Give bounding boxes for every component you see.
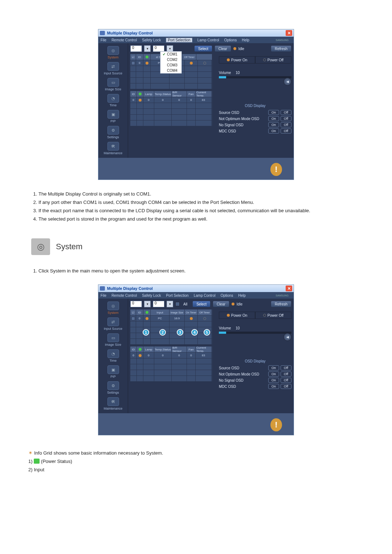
close-button[interactable]: ✕: [286, 30, 292, 36]
id-to-dropdown[interactable]: ▾: [167, 301, 173, 307]
power-off-label: Power Off: [268, 58, 283, 62]
menu-remote-control[interactable]: Remote Control: [111, 294, 137, 297]
power-led-icon: [146, 62, 148, 65]
nav-input-source[interactable]: ⇄Input Source: [102, 317, 124, 331]
mdc-osd-off[interactable]: Off: [281, 128, 291, 134]
table-row[interactable]: [130, 370, 212, 376]
table-row[interactable]: [130, 114, 212, 120]
mdc-osd-on[interactable]: On: [268, 128, 279, 134]
nav-pip[interactable]: ▣PIP: [102, 365, 124, 378]
not-optimum-off[interactable]: Off: [281, 372, 291, 377]
table-row[interactable]: [130, 103, 212, 108]
port-com3[interactable]: COM3: [160, 62, 181, 68]
not-optimum-on[interactable]: On: [268, 372, 279, 377]
table-row[interactable]: 0 PC 16:9: [130, 315, 212, 321]
menu-file[interactable]: File: [101, 294, 106, 297]
port-label: COM2: [167, 58, 177, 62]
not-optimum-on[interactable]: On: [268, 116, 279, 121]
header-check[interactable]: ☑: [132, 311, 134, 314]
table-row[interactable]: [130, 83, 212, 89]
nav-image-size[interactable]: ▭Image Size: [102, 78, 124, 91]
table-row[interactable]: [130, 358, 212, 364]
port-selection-dropdown[interactable]: ✔COM1 COM2 COM3 COM4: [160, 51, 182, 74]
menu-options[interactable]: Options: [224, 38, 237, 42]
power-on-label: Power On: [231, 313, 247, 317]
source-osd-on[interactable]: On: [268, 365, 279, 370]
port-com4[interactable]: COM4: [160, 68, 181, 73]
menu-safety-lock[interactable]: Safety Lock: [142, 38, 161, 42]
all-checkbox[interactable]: [175, 302, 180, 306]
nav-input-source[interactable]: ⇄Input Source: [102, 62, 124, 75]
volume-slider[interactable]: [219, 332, 291, 334]
no-signal-off[interactable]: Off: [281, 378, 291, 383]
power-off-button[interactable]: Power Off: [255, 312, 291, 319]
table-row[interactable]: [130, 333, 212, 338]
select-button[interactable]: Select: [194, 45, 212, 52]
port-com2[interactable]: COM2: [160, 57, 181, 62]
power-led-icon: [139, 99, 142, 102]
id-from-dropdown[interactable]: ▾: [144, 45, 151, 52]
table-row[interactable]: [130, 77, 212, 83]
menu-options[interactable]: Options: [221, 294, 233, 297]
menu-remote-control[interactable]: Remote Control: [111, 38, 137, 42]
table-row[interactable]: [130, 321, 212, 327]
header-on-timer: On Timer: [186, 311, 196, 314]
id-from-field[interactable]: 0: [130, 301, 142, 307]
nav-pip[interactable]: ▣PIP: [102, 110, 124, 123]
power-off-button[interactable]: Power Off: [255, 56, 291, 63]
volume-slider[interactable]: [219, 76, 291, 78]
nav-maintenance[interactable]: 🛠Maintenance: [102, 397, 124, 410]
no-signal-off[interactable]: Off: [281, 122, 291, 127]
nav-system[interactable]: ◎System: [102, 46, 124, 59]
power-on-button[interactable]: Power On: [219, 56, 255, 63]
volume-knob[interactable]: ◀: [283, 78, 291, 86]
no-signal-on[interactable]: On: [268, 122, 279, 127]
nav-settings[interactable]: ⚙Settings: [102, 126, 124, 139]
source-osd-off[interactable]: Off: [281, 365, 291, 370]
mdc-osd-off[interactable]: Off: [281, 384, 291, 389]
menu-lamp-control[interactable]: Lamp Control: [197, 38, 219, 42]
nav-image-size[interactable]: ▭Image Size: [102, 333, 124, 346]
table-row[interactable]: [130, 338, 212, 344]
row-check[interactable]: [131, 317, 135, 320]
table-row[interactable]: [130, 364, 212, 370]
volume-knob[interactable]: ◀: [283, 333, 291, 341]
select-button[interactable]: Select: [192, 301, 211, 307]
source-osd-off[interactable]: Off: [281, 110, 291, 115]
menu-bar: File Remote Control Safety Lock Port Sel…: [98, 37, 294, 43]
id-to-field[interactable]: 0: [153, 301, 164, 307]
mdc-osd-on[interactable]: On: [268, 384, 279, 389]
menu-help[interactable]: Help: [238, 294, 246, 297]
no-signal-on[interactable]: On: [268, 378, 279, 383]
menu-lamp-control[interactable]: Lamp Control: [194, 294, 216, 297]
nav-label: Time: [110, 359, 117, 362]
cell-id: 0: [139, 61, 140, 65]
power-on-button[interactable]: Power On: [219, 312, 255, 319]
menu-port-selection[interactable]: Port Selection: [166, 294, 188, 297]
not-optimum-off[interactable]: Off: [281, 116, 291, 121]
table-row[interactable]: 0 0 0 0 0 83: [130, 97, 212, 103]
table-row[interactable]: [130, 120, 212, 126]
port-com1[interactable]: ✔COM1: [160, 52, 181, 57]
row-check[interactable]: [131, 61, 135, 65]
nav-label: Settings: [107, 391, 119, 394]
source-osd-on[interactable]: On: [268, 110, 279, 115]
nav-maintenance[interactable]: 🛠Maintenance: [102, 142, 124, 155]
nav-time[interactable]: ◔Time: [102, 349, 124, 362]
id-from-field[interactable]: 0: [130, 45, 142, 52]
id-from-dropdown[interactable]: ▾: [144, 301, 151, 307]
header-lamp: Lamp: [145, 348, 152, 351]
menu-port-selection[interactable]: Port Selection: [166, 38, 192, 42]
menu-file[interactable]: File: [101, 38, 106, 42]
table-row[interactable]: [130, 376, 212, 381]
nav-time[interactable]: ◔Time: [102, 94, 124, 107]
table-row[interactable]: 0 0 0 0 0 83: [130, 352, 212, 358]
menu-safety-lock[interactable]: Safety Lock: [142, 294, 161, 297]
table-row[interactable]: [130, 108, 212, 114]
close-button[interactable]: ✕: [286, 286, 292, 291]
menu-help[interactable]: Help: [242, 38, 249, 42]
header-check[interactable]: ☑: [132, 56, 134, 59]
nav-system[interactable]: ◎System: [102, 301, 124, 315]
nav-settings[interactable]: ⚙Settings: [102, 381, 124, 394]
pip-icon: ▣: [107, 365, 119, 374]
